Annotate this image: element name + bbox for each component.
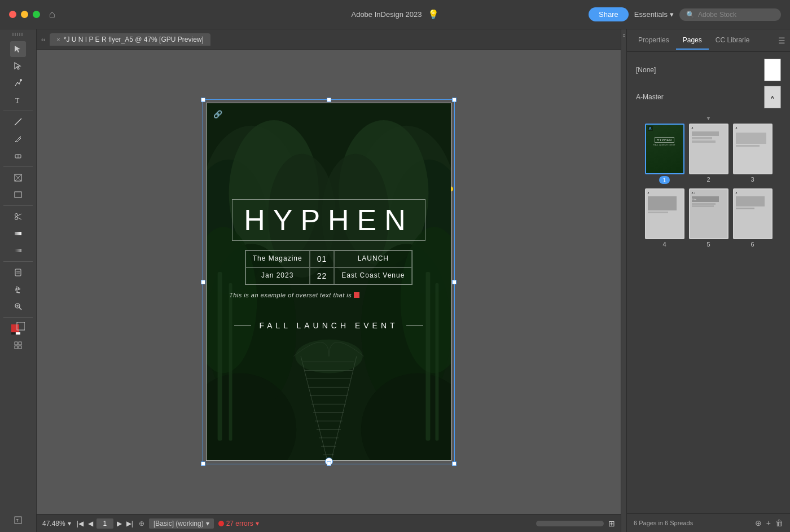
handle-middle-left[interactable]: [201, 280, 205, 284]
tab-collapse-icon[interactable]: ‹‹: [41, 36, 45, 43]
next-page-button[interactable]: ▶: [116, 520, 123, 527]
handle-top-right[interactable]: [452, 98, 457, 102]
hand-tool[interactable]: [10, 282, 26, 297]
rectangle-tool[interactable]: [10, 187, 26, 203]
tab-close-button[interactable]: ×: [56, 36, 60, 43]
minimize-button[interactable]: [21, 11, 28, 18]
share-button[interactable]: Share: [589, 7, 629, 21]
scissors-tool[interactable]: [10, 209, 26, 225]
selection-tool[interactable]: [10, 41, 26, 57]
tab-bar: ‹‹ × *J U N I P E R flyer_A5 @ 47% [GPU …: [37, 29, 621, 50]
master-none-label: [None]: [636, 66, 656, 74]
add-page-button[interactable]: +: [766, 518, 771, 527]
page-thumb-3[interactable]: A: [733, 124, 773, 174]
tab-cc-libraries[interactable]: CC Librarie: [709, 32, 757, 50]
svg-rect-16: [15, 269, 21, 276]
handle-top-center[interactable]: [327, 98, 331, 102]
svg-line-13: [17, 218, 21, 220]
zoom-control[interactable]: 47.48% ▾: [42, 520, 71, 527]
page-thumb-4[interactable]: A: [645, 188, 684, 239]
panel-menu-button[interactable]: ☰: [778, 36, 785, 45]
selected-frame[interactable]: 🔗 HYPHEN The Magazine 01 LAUNCH Jan 2023…: [206, 103, 451, 461]
page-thumb-5[interactable]: A+ Title: [689, 188, 728, 239]
handle-bottom-left[interactable]: [201, 461, 205, 466]
tab-properties[interactable]: Properties: [631, 32, 676, 50]
page-thumb-2[interactable]: A: [689, 124, 728, 174]
pen-tool[interactable]: [10, 75, 26, 91]
page-5-preview: A+ Title: [690, 190, 727, 238]
mode-selector[interactable]: [Basic] (working) ▾: [149, 518, 214, 529]
errors-indicator[interactable]: 27 errors ▾: [218, 520, 259, 527]
fit-page-button[interactable]: ⊕: [139, 520, 144, 527]
gradient-tool[interactable]: [10, 226, 26, 241]
direct-selection-tool[interactable]: [10, 58, 26, 74]
zoom-tool[interactable]: [10, 298, 26, 314]
line-tool[interactable]: [10, 114, 26, 130]
page1-title-preview: HYPHEN: [655, 137, 674, 143]
page-item-3[interactable]: A 3: [733, 124, 773, 184]
add-master-button[interactable]: ⊕: [755, 518, 762, 527]
erase-tool[interactable]: [10, 148, 26, 164]
text-frame-tool[interactable]: T: [10, 512, 26, 528]
prev-page-button[interactable]: ◀: [87, 520, 94, 527]
document-tab[interactable]: × *J U N I P E R flyer_A5 @ 47% [GPU Pre…: [50, 33, 210, 46]
svg-text:T: T: [15, 96, 20, 104]
page-item-6[interactable]: A 6: [733, 188, 773, 248]
handle-top-left[interactable]: [201, 98, 205, 102]
page-thumb-6[interactable]: A: [733, 188, 773, 239]
close-button[interactable]: [9, 11, 16, 18]
page2-label: A: [692, 126, 726, 129]
pencil-tool[interactable]: [10, 131, 26, 147]
home-icon[interactable]: ⌂: [49, 8, 55, 20]
page-thumb-1[interactable]: HYPHEN FALL LAUNCH EVENT A: [645, 124, 684, 174]
panel-footer: 6 Pages in 6 Spreads ⊕ + 🗑: [627, 513, 790, 532]
page-number-input[interactable]: 1: [96, 518, 113, 529]
last-page-button[interactable]: ▶|: [125, 520, 134, 527]
page-item-2[interactable]: A 2: [689, 124, 728, 184]
error-dropdown-icon: ▾: [256, 520, 259, 527]
zoom-dropdown-icon[interactable]: ▾: [68, 520, 71, 527]
view-mode-button[interactable]: ⊞: [608, 519, 615, 528]
right-collapse-strip[interactable]: ‹‹: [621, 29, 626, 532]
page-number-2: 2: [706, 176, 710, 183]
event-line-left: [234, 326, 251, 326]
first-page-button[interactable]: |◀: [76, 520, 85, 527]
page-2-preview: A: [690, 125, 727, 173]
content-area: ‹‹ × *J U N I P E R flyer_A5 @ 47% [GPU …: [37, 29, 621, 532]
svg-rect-15: [15, 249, 21, 252]
handle-middle-right[interactable]: [452, 280, 457, 284]
page-number-1: 1: [659, 176, 669, 184]
page-item-5[interactable]: A+ Title 5: [689, 188, 728, 248]
bulb-icon[interactable]: 💡: [428, 9, 439, 20]
page4-img: [648, 196, 677, 210]
page-item-1[interactable]: HYPHEN FALL LAUNCH EVENT A 1: [645, 124, 684, 184]
page2-block3: [692, 140, 716, 143]
master-none[interactable]: [None]: [631, 56, 785, 83]
page6-img: [736, 196, 765, 206]
delete-page-button[interactable]: 🗑: [775, 518, 783, 527]
master-a[interactable]: A-Master A: [631, 83, 785, 111]
traffic-lights: [9, 11, 40, 18]
page-number-6: 6: [750, 241, 754, 248]
scroll-bar[interactable]: [536, 521, 604, 526]
search-placeholder: Adobe Stock: [698, 11, 736, 19]
color-swatch[interactable]: [10, 320, 26, 336]
type-tool[interactable]: T: [10, 92, 26, 108]
adobe-stock-search[interactable]: 🔍 Adobe Stock: [679, 8, 781, 21]
gradient-feather-tool[interactable]: [10, 243, 26, 258]
maximize-button[interactable]: [33, 11, 40, 18]
page4-text: [648, 212, 668, 213]
resize-handle-bottom[interactable]: [325, 458, 333, 465]
tab-pages[interactable]: Pages: [676, 32, 709, 50]
essentials-button[interactable]: Essentials ▾: [634, 10, 674, 19]
mode-label: [Basic] (working): [153, 520, 204, 527]
page-navigation: |◀ ◀ 1 ▶ ▶|: [76, 518, 134, 529]
page-item-4[interactable]: A 4: [645, 188, 684, 248]
handle-bottom-right[interactable]: [452, 461, 457, 466]
rectangle-frame-tool[interactable]: [10, 170, 26, 186]
canvas-area[interactable]: 🔗 HYPHEN The Magazine 01 LAUNCH Jan 2023…: [37, 50, 621, 514]
page1-subtitle-preview: FALL LAUNCH EVENT: [653, 144, 675, 146]
pages-panel[interactable]: [None] A-Master A ▼ HYPHEN: [627, 52, 790, 513]
frame-grid-tool[interactable]: [10, 337, 26, 353]
note-tool[interactable]: [10, 265, 26, 280]
